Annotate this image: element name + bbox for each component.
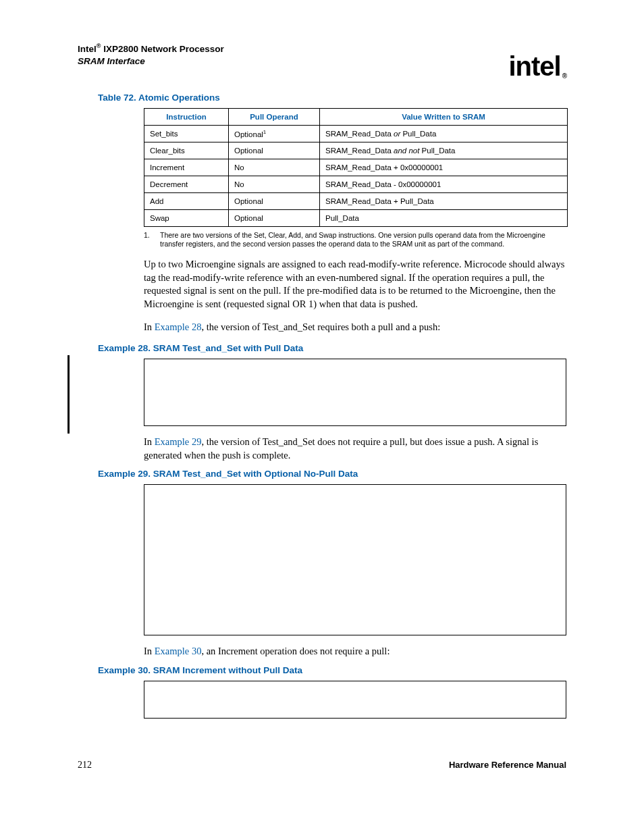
- page-number: 212: [78, 760, 92, 771]
- col-value-written: Value Written to SRAM: [320, 109, 568, 126]
- example-28-caption: Example 28. SRAM Test_and_Set with Pull …: [98, 343, 566, 353]
- page-header: Intel® IXP2800 Network Processor SRAM In…: [78, 42, 566, 72]
- link-example-28[interactable]: Example 28: [155, 321, 202, 332]
- table-row: Increment No SRAM_Read_Data + 0x00000001: [144, 159, 568, 176]
- example-29-caption: Example 29. SRAM Test_and_Set with Optio…: [98, 469, 566, 479]
- intel-logo-sub: ®: [562, 72, 566, 80]
- cell-pull-operand: Optional: [229, 193, 320, 210]
- col-instruction: Instruction: [144, 109, 229, 126]
- intel-logo-text: intel: [508, 51, 560, 81]
- footnote-text: There are two versions of the Set, Clear…: [160, 231, 565, 249]
- cell-pull-operand: No: [229, 159, 320, 176]
- brand: Intel: [78, 44, 97, 54]
- cell-instruction: Swap: [144, 210, 229, 227]
- cell-instruction: Add: [144, 193, 229, 210]
- cell-value: SRAM_Read_Data + Pull_Data: [320, 193, 568, 210]
- col-pull-operand: Pull Operand: [229, 109, 320, 126]
- para2-pre: In: [144, 321, 155, 332]
- table-caption: Table 72. Atomic Operations: [98, 93, 566, 103]
- manual-title: Hardware Reference Manual: [449, 760, 566, 771]
- cell-instruction: Set_bits: [144, 126, 229, 142]
- cell-instruction: Increment: [144, 159, 229, 176]
- table-footnote: 1.There are two versions of the Set, Cle…: [144, 231, 568, 249]
- cell-value: SRAM_Read_Data + 0x00000001: [320, 159, 568, 176]
- footnote-number: 1.: [144, 231, 160, 240]
- atomic-operations-table: Instruction Pull Operand Value Written t…: [144, 108, 568, 227]
- product-name: IXP2800 Network Processor: [101, 44, 223, 54]
- pull-text: Optional: [234, 130, 263, 138]
- para3-pre: In: [144, 436, 155, 447]
- val-pre: SRAM_Read_Data: [325, 147, 394, 155]
- cell-value: SRAM_Read_Data and not Pull_Data: [320, 142, 568, 159]
- intel-logo: intel®: [508, 51, 566, 82]
- table-row: Add Optional SRAM_Read_Data + Pull_Data: [144, 193, 568, 210]
- table-row: Clear_bits Optional SRAM_Read_Data and n…: [144, 142, 568, 159]
- body-paragraph-1: Up to two Microengine signals are assign…: [144, 258, 568, 311]
- link-example-30[interactable]: Example 30: [155, 646, 202, 656]
- val-post: Pull_Data: [400, 130, 436, 138]
- example-28-box: [144, 359, 566, 426]
- para4-pre: In: [144, 646, 155, 656]
- body-paragraph-4: In Example 30, an Increment operation do…: [144, 645, 568, 658]
- val-pre: SRAM_Read_Data: [325, 130, 394, 138]
- header-title-block: Intel® IXP2800 Network Processor SRAM In…: [78, 42, 224, 68]
- val-post: Pull_Data: [419, 147, 455, 155]
- body-paragraph-3: In Example 29, the version of Test_and_S…: [144, 436, 568, 462]
- cell-pull-operand: Optional: [229, 210, 320, 227]
- cell-pull-operand: Optional1: [229, 126, 320, 142]
- cell-value: SRAM_Read_Data - 0x00000001: [320, 176, 568, 193]
- para4-post: , an Increment operation does not requir…: [201, 646, 390, 656]
- example-30-caption: Example 30. SRAM Increment without Pull …: [98, 665, 566, 675]
- footnote-sup: 1: [263, 129, 266, 135]
- page-footer: 212 Hardware Reference Manual: [78, 760, 566, 771]
- val-italic: and not: [394, 147, 419, 155]
- body-paragraph-2: In Example 28, the version of Test_and_S…: [144, 321, 568, 334]
- para3-post: , the version of Test_and_Set does not r…: [144, 436, 538, 461]
- table-row: Swap Optional Pull_Data: [144, 210, 568, 227]
- para2-post: , the version of Test_and_Set requires b…: [201, 321, 440, 332]
- header-line-1: Intel® IXP2800 Network Processor: [78, 42, 224, 55]
- document-page: Intel® IXP2800 Network Processor SRAM In…: [0, 0, 644, 719]
- table-row: Decrement No SRAM_Read_Data - 0x00000001: [144, 176, 568, 193]
- table-header-row: Instruction Pull Operand Value Written t…: [144, 109, 568, 126]
- change-bar: [68, 355, 70, 434]
- header-subtitle: SRAM Interface: [78, 55, 224, 68]
- cell-value: SRAM_Read_Data or Pull_Data: [320, 126, 568, 142]
- cell-pull-operand: Optional: [229, 142, 320, 159]
- val-italic: or: [394, 130, 400, 138]
- example-29-box: [144, 484, 566, 635]
- example-30-box: [144, 681, 566, 719]
- cell-pull-operand: No: [229, 176, 320, 193]
- cell-instruction: Clear_bits: [144, 142, 229, 159]
- cell-value: Pull_Data: [320, 210, 568, 227]
- table-row: Set_bits Optional1 SRAM_Read_Data or Pul…: [144, 126, 568, 142]
- link-example-29[interactable]: Example 29: [155, 436, 202, 447]
- cell-instruction: Decrement: [144, 176, 229, 193]
